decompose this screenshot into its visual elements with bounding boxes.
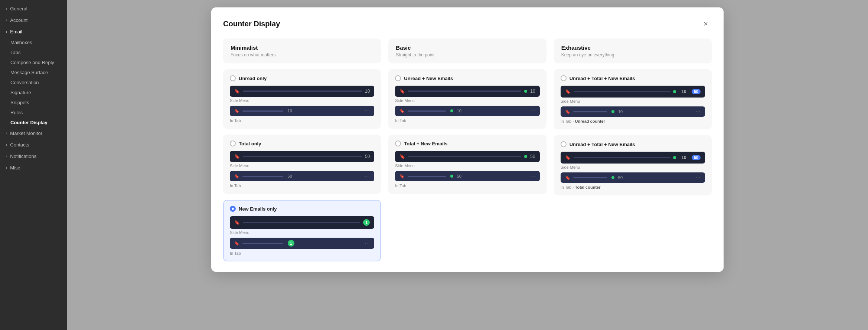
bookmark-icon: 🔖 <box>399 174 405 179</box>
sidebar-item-signature[interactable]: Signature <box>0 88 67 98</box>
exhaustive-column: Exhaustive Keep an eye on everything Unr… <box>554 39 712 261</box>
badge-unread: 10 <box>679 89 688 95</box>
mock-line <box>574 91 670 92</box>
exhaustive-subtitle: Keep an eye on everything <box>561 52 704 57</box>
sidebar-item-counter-display[interactable]: Counter Display <box>0 118 67 128</box>
chevron-right-icon: › <box>6 154 7 158</box>
green-dot <box>524 90 527 93</box>
sidebar-item-notifications[interactable]: › Notifications <box>0 151 67 162</box>
basic-column: Basic Straight to the point Unread + New… <box>388 39 546 261</box>
sidebar-item-rules[interactable]: Rules <box>0 108 67 118</box>
green-dot <box>611 176 614 179</box>
sidebar-item-conversation[interactable]: Conversation <box>0 77 67 88</box>
bookmark-icon: 🔖 <box>234 154 240 159</box>
sidebar-item-market-monitor[interactable]: › Market Monitor <box>0 128 67 139</box>
sidebar-item-label: Misc <box>10 165 20 171</box>
option-header: Unread only <box>230 75 374 81</box>
tab-preview: 🔖 1 ⋯ <box>230 238 374 249</box>
minimalist-column: Minimalist Focus on what matters Unread … <box>223 39 381 261</box>
radio-unread-new[interactable] <box>395 75 401 81</box>
columns-grid: Minimalist Focus on what matters Unread … <box>223 39 712 261</box>
modal-close-button[interactable]: × <box>700 18 712 30</box>
tab-preview: 🔖 50 ⋯ <box>561 172 705 183</box>
in-tab-label: In Tab <box>230 251 374 255</box>
radio-total-new[interactable] <box>395 141 401 146</box>
sidebar-item-label: Contacts <box>10 142 29 148</box>
option-exhaustive-1[interactable]: Unread + Total + New Emails 🔖 10 50 Side… <box>554 69 712 129</box>
radio-exhaustive-1[interactable] <box>561 75 567 81</box>
exhaustive-options: Unread + Total + New Emails 🔖 10 50 Side… <box>554 69 712 195</box>
green-dot <box>450 109 453 112</box>
option-label: New Emails only <box>239 206 277 212</box>
option-total-only[interactable]: Total only 🔖 50 Side Menu 🔖 50 ⋯ <box>223 135 381 194</box>
green-dot <box>524 155 527 158</box>
option-unread-new[interactable]: Unread + New Emails 🔖 10 Side Menu 🔖 <box>388 69 546 129</box>
chevron-right-icon: › <box>6 143 7 147</box>
chevron-right-icon: › <box>6 166 7 170</box>
mock-line <box>408 156 521 157</box>
sidebar-item-label: Account <box>10 17 27 23</box>
sidebar-sub-item-label: Counter Display <box>10 120 48 125</box>
badge-count: 50 <box>365 154 370 159</box>
sidebar-item-tabs[interactable]: Tabs <box>0 47 67 57</box>
modal-title: Counter Display <box>223 20 280 28</box>
radio-total-only[interactable] <box>230 141 236 146</box>
minimalist-subtitle: Focus on what matters <box>231 52 373 57</box>
mock-tab-line <box>573 111 607 112</box>
counter-display-modal: Counter Display × Minimalist Focus on wh… <box>211 7 724 272</box>
radio-exhaustive-2[interactable] <box>561 141 567 147</box>
basic-options: Unread + New Emails 🔖 10 Side Menu 🔖 <box>388 69 546 194</box>
sidebar-sub-item-label: Mailboxes <box>10 40 32 45</box>
option-exhaustive-2[interactable]: Unread + Total + New Emails 🔖 10 50 Side… <box>554 135 712 195</box>
sidebar-item-contacts[interactable]: › Contacts <box>0 139 67 151</box>
sidebar-sub-item-label: Conversation <box>10 80 39 85</box>
option-unread-only[interactable]: Unread only 🔖 10 Side Menu 🔖 10 ⋯ <box>223 69 381 129</box>
three-dots-icon: ⋯ <box>695 175 701 181</box>
bookmark-icon: 🔖 <box>565 175 570 180</box>
radio-new-emails-only[interactable] <box>230 206 236 212</box>
in-tab-label: In Tab <box>230 118 374 123</box>
side-menu-preview: 🔖 10 50 <box>561 152 705 164</box>
minimalist-header: Minimalist Focus on what matters <box>223 39 381 63</box>
badge-total: 50 <box>692 155 701 160</box>
three-dots-icon: ⋯ <box>365 240 370 246</box>
bookmark-icon: 🔖 <box>399 154 405 159</box>
bookmark-icon: 🔖 <box>234 174 239 179</box>
badge-total: 50 <box>692 89 701 94</box>
sidebar-item-account[interactable]: › Account <box>0 14 67 26</box>
mock-tab-line <box>408 110 446 112</box>
sidebar-item-snippets[interactable]: Snippets <box>0 98 67 108</box>
option-total-new[interactable]: Total + New Emails 🔖 50 Side Menu 🔖 <box>388 135 546 194</box>
sidebar-item-general[interactable]: › General <box>0 3 67 14</box>
option-new-emails-only[interactable]: New Emails only 🔖 1 Side Menu 🔖 1 <box>223 200 381 261</box>
chevron-down-icon: › <box>6 30 7 34</box>
tab-preview: 🔖 10 ⋯ <box>230 106 374 116</box>
green-dot <box>450 175 453 178</box>
sidebar-item-compose-reply[interactable]: Compose and Reply <box>0 57 67 67</box>
sidebar-item-label: Notifications <box>10 154 36 159</box>
sidebar-item-message-surface[interactable]: Message Surface <box>0 67 67 77</box>
side-menu-label: Side Menu <box>561 99 705 103</box>
bookmark-icon: 🔖 <box>399 109 405 113</box>
three-dots-icon: ⋯ <box>695 109 701 115</box>
sidebar-item-email[interactable]: › Email <box>0 26 67 37</box>
sidebar-item-misc[interactable]: › Misc <box>0 162 67 174</box>
option-label: Unread only <box>239 76 267 81</box>
tab-badge: 10 <box>457 109 461 113</box>
green-dot <box>673 156 676 159</box>
side-menu-preview: 🔖 1 <box>230 216 374 229</box>
modal-header: Counter Display × <box>223 18 712 30</box>
sidebar-sub-item-label: Snippets <box>10 100 29 105</box>
sidebar: › General › Account › Email Mailboxes Ta… <box>0 0 67 330</box>
bookmark-icon: 🔖 <box>234 241 239 246</box>
badge-count: 10 <box>365 89 370 94</box>
sidebar-item-mailboxes[interactable]: Mailboxes <box>0 37 67 47</box>
tab-preview: 🔖 50 ⋯ <box>395 171 539 181</box>
radio-unread-only[interactable] <box>230 75 236 81</box>
option-label: Total + New Emails <box>404 141 447 146</box>
tab-badge: 10 <box>288 109 292 113</box>
mock-line <box>574 157 670 158</box>
in-tab-label: In Tab <box>395 118 539 123</box>
option-label: Unread + Total + New Emails <box>570 76 635 81</box>
sidebar-item-label: Email <box>10 29 22 34</box>
